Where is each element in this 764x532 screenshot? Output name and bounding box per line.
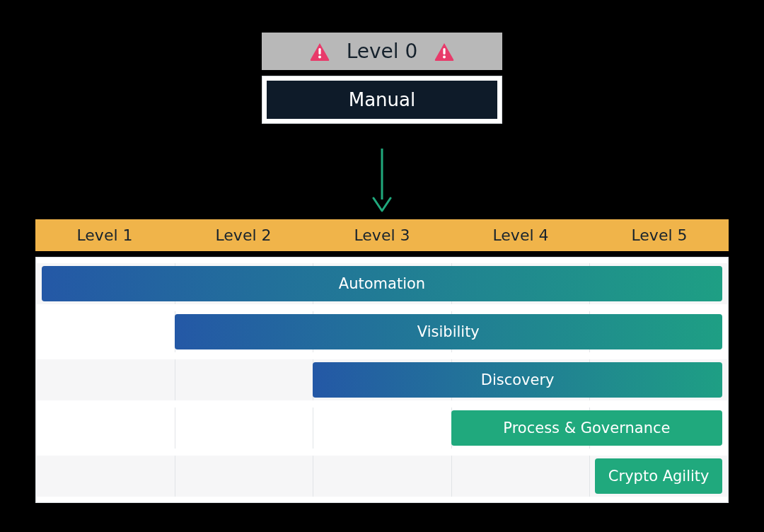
bar-discovery: Discovery bbox=[313, 362, 722, 398]
levels-header: Level 1 Level 2 Level 3 Level 4 Level 5 bbox=[35, 219, 729, 251]
svg-point-3 bbox=[443, 55, 446, 58]
level-0-header: Level 0 bbox=[262, 33, 502, 70]
chart-row: Visibility bbox=[36, 311, 728, 352]
warning-icon bbox=[434, 42, 454, 61]
svg-rect-0 bbox=[318, 48, 320, 54]
level-0-title: Level 0 bbox=[347, 40, 418, 63]
chart-row: Discovery bbox=[36, 359, 728, 400]
level-0-badge-label: Manual bbox=[267, 81, 497, 119]
warning-icon bbox=[310, 42, 330, 61]
chart-row: Automation bbox=[36, 263, 728, 304]
chart-row: Process & Governance bbox=[36, 407, 728, 449]
level-header-2: Level 2 bbox=[174, 219, 313, 251]
svg-rect-2 bbox=[444, 48, 446, 54]
level-header-4: Level 4 bbox=[451, 219, 590, 251]
chart-row: Crypto Agility bbox=[36, 456, 728, 497]
level-header-3: Level 3 bbox=[313, 219, 451, 251]
level-header-1: Level 1 bbox=[35, 219, 174, 251]
maturity-chart: Level 1 Level 2 Level 3 Level 4 Level 5 … bbox=[35, 219, 729, 503]
bar-crypto-agility: Crypto Agility bbox=[595, 458, 722, 494]
bar-automation: Automation bbox=[42, 266, 722, 301]
bar-visibility: Visibility bbox=[175, 314, 722, 349]
level-header-5: Level 5 bbox=[590, 219, 729, 251]
arrow-down-icon bbox=[369, 149, 395, 215]
level-0-block: Level 0 Manual bbox=[262, 33, 502, 124]
bar-process-governance: Process & Governance bbox=[451, 410, 722, 446]
chart-board: Automation Visibility Discovery Process … bbox=[35, 257, 729, 503]
svg-point-1 bbox=[318, 55, 321, 58]
level-0-badge: Manual bbox=[262, 76, 502, 124]
